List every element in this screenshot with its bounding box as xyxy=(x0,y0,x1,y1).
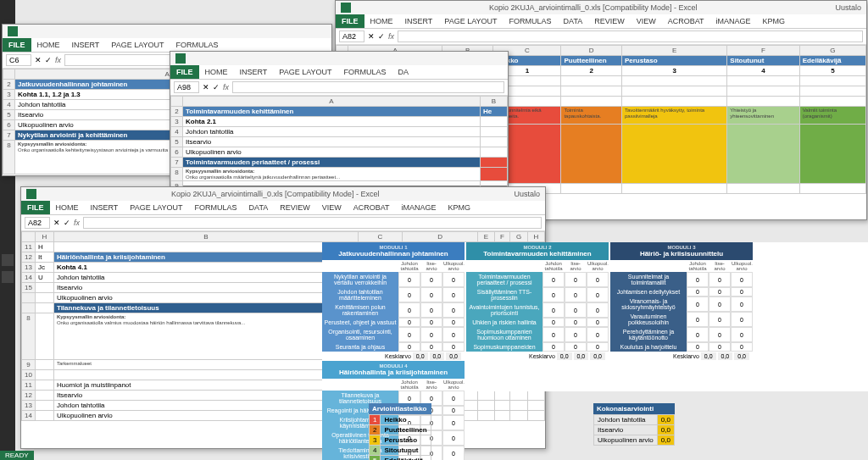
cell[interactable]: Johdon tahtotila xyxy=(53,273,358,283)
cell[interactable]: 2 xyxy=(561,66,622,76)
cell[interactable]: Itsearvio xyxy=(183,137,481,147)
module-cell[interactable]: 0 xyxy=(398,302,420,318)
ribbon-tab[interactable]: KPMG xyxy=(442,201,477,214)
col-header[interactable]: H xyxy=(35,232,53,242)
ribbon-tab[interactable]: INSERT xyxy=(66,38,106,52)
cell[interactable]: Huomiot ja muistiinpanot xyxy=(53,380,358,391)
module-cell[interactable]: 0 xyxy=(398,287,420,302)
ribbon-tab[interactable]: KPMG xyxy=(757,14,792,28)
fx-cancel-icon[interactable]: ✕ xyxy=(35,56,42,64)
taskbar-item[interactable] xyxy=(2,271,14,283)
cell[interactable]: Ulkopuolinen arvio xyxy=(53,411,358,421)
module-cell[interactable]: 0 xyxy=(420,287,442,302)
cell[interactable]: Ulkopuolinen arvio xyxy=(183,147,481,158)
module-cell[interactable]: 0 xyxy=(542,302,565,318)
cell[interactable]: Johdon tahtotila xyxy=(183,127,481,137)
module-cell[interactable]: 0 xyxy=(687,327,709,342)
worksheet[interactable]: AB 2Toimintavarmuuden kehittäminenHe 3Ko… xyxy=(170,96,508,191)
ribbon-file[interactable]: FILE xyxy=(336,14,364,28)
cell[interactable]: Yhteistyö ja yhteensovittaminen xyxy=(727,107,799,125)
module-cell[interactable]: 0 xyxy=(709,327,731,342)
module-cell[interactable]: 0 xyxy=(442,446,465,460)
module-cell[interactable]: 0 xyxy=(442,287,465,302)
col-header[interactable]: F xyxy=(727,46,799,56)
cell[interactable]: 5 xyxy=(799,66,865,76)
titlebar[interactable] xyxy=(170,52,508,65)
module-cell[interactable]: 0 xyxy=(398,272,420,287)
titlebar[interactable]: Kopio 2KUJA_arviointimalli_0.xls [Compat… xyxy=(336,1,866,14)
module-cell[interactable]: 0 xyxy=(398,318,420,327)
col-header[interactable]: B xyxy=(481,97,508,107)
module-cell[interactable]: 0 xyxy=(542,327,565,342)
col-header[interactable]: C xyxy=(358,232,402,242)
fx-icon[interactable]: fx xyxy=(55,56,61,64)
cell[interactable]: Sitoutunut xyxy=(727,56,799,66)
ribbon-tab[interactable]: INSERT xyxy=(85,201,125,214)
fx-enter-icon[interactable]: ✓ xyxy=(378,32,385,41)
module-cell[interactable]: 0 xyxy=(731,312,753,327)
name-box[interactable]: A98 xyxy=(174,81,199,93)
module-cell[interactable]: 0 xyxy=(442,327,465,342)
fx-enter-icon[interactable]: ✓ xyxy=(213,83,220,91)
module-cell[interactable]: 0 xyxy=(687,287,709,297)
module-cell[interactable]: 0 xyxy=(709,312,731,327)
fx-icon[interactable]: fx xyxy=(74,219,80,227)
ribbon-tab[interactable]: PAGE LAYOUT xyxy=(124,201,188,214)
cell[interactable]: Tarkemmalueet xyxy=(53,360,358,370)
module-cell[interactable]: 0 xyxy=(420,342,442,352)
module-cell[interactable]: 0 xyxy=(709,297,731,312)
module-cell[interactable]: 0 xyxy=(398,327,420,342)
ribbon-file[interactable]: FILE xyxy=(21,201,50,214)
cell[interactable]: Toiminta tapauskohtaista. xyxy=(561,107,622,125)
module-cell[interactable]: 0 xyxy=(442,302,465,318)
module-cell[interactable]: 0 xyxy=(587,327,609,342)
ribbon-tab[interactable]: INSERT xyxy=(234,65,274,79)
ribbon-tab[interactable]: FORMULAS xyxy=(504,14,558,28)
col-header[interactable]: E xyxy=(621,46,726,56)
module-cell[interactable]: 0 xyxy=(587,342,609,352)
cell[interactable]: Perustaso xyxy=(621,56,726,66)
fx-enter-icon[interactable]: ✓ xyxy=(45,56,52,64)
cell[interactable]: Puutteellinen xyxy=(561,56,622,66)
col-header[interactable]: G xyxy=(799,46,865,56)
module-cell[interactable]: 0 xyxy=(565,302,587,318)
cell[interactable]: Valmiit toiminta (oraganismit) xyxy=(799,107,865,125)
module-cell[interactable]: 0 xyxy=(442,406,465,415)
ribbon-tab[interactable]: DATA xyxy=(558,14,589,28)
module-cell[interactable]: 0 xyxy=(565,318,587,327)
fx-icon[interactable]: fx xyxy=(223,83,229,91)
module-cell[interactable]: 0 xyxy=(442,430,465,446)
module-cell[interactable]: 0 xyxy=(442,342,465,352)
fx-cancel-icon[interactable]: ✕ xyxy=(368,32,375,41)
cell[interactable]: Häiriönhallinta ja kriisijohtaminen xyxy=(53,252,358,263)
module-cell[interactable]: 0 xyxy=(731,327,753,342)
cell[interactable]: Edelläkävijä xyxy=(799,56,865,66)
ribbon-tab[interactable]: DATA xyxy=(243,201,275,214)
module-cell[interactable]: 0 xyxy=(565,287,587,302)
formula-input[interactable] xyxy=(398,30,863,42)
ribbon-tab[interactable]: ACROBAT xyxy=(348,201,396,214)
cell[interactable]: Tilannekuva ja tilannetietoisuus xyxy=(53,303,358,313)
module-cell[interactable]: 0 xyxy=(587,272,609,287)
fx-icon[interactable]: fx xyxy=(388,32,394,41)
ribbon-tab[interactable]: HOME xyxy=(364,14,399,28)
cell[interactable]: Itsearvio xyxy=(53,283,358,293)
ribbon-tab[interactable]: FORMULAS xyxy=(338,65,392,79)
ribbon-tab[interactable]: FORMULAS xyxy=(170,38,225,52)
module-cell[interactable]: 0 xyxy=(565,272,587,287)
module-cell[interactable]: 0 xyxy=(587,318,609,327)
taskbar-excel-icon[interactable] xyxy=(2,254,14,266)
ribbon-tab[interactable]: REVIEW xyxy=(588,14,631,28)
cell[interactable]: Johdon tahtotila xyxy=(53,401,358,411)
col-header[interactable]: D xyxy=(402,232,478,242)
formula-input[interactable] xyxy=(232,81,504,93)
cell[interactable]: Itsearvio xyxy=(53,391,358,401)
ribbon-tab[interactable]: HOME xyxy=(199,65,234,79)
ribbon-tab[interactable]: REVIEW xyxy=(274,201,316,214)
module-cell[interactable]: 0 xyxy=(542,272,565,287)
col-header[interactable]: D xyxy=(561,46,622,56)
cell[interactable]: He xyxy=(481,107,508,117)
cell[interactable]: Kohta 4.1 xyxy=(53,263,358,273)
col-header[interactable]: E xyxy=(478,232,494,242)
module-cell[interactable]: 0 xyxy=(442,415,465,430)
